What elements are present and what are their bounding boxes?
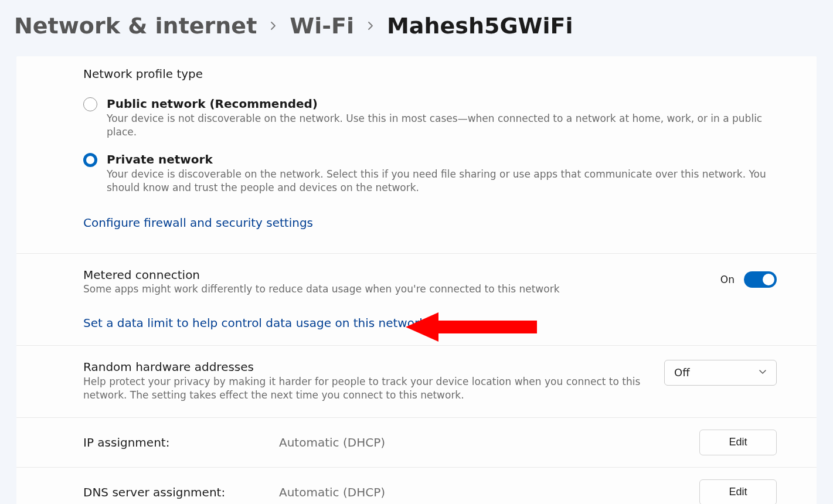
metered-description: Some apps might work differently to redu… [83,283,706,295]
settings-panel: Network profile type Public network (Rec… [16,56,817,504]
ip-assignment-row: IP assignment: Automatic (DHCP) Edit [16,418,817,468]
breadcrumb-network-internet[interactable]: Network & internet [14,13,257,39]
ip-assignment-label: IP assignment: [83,435,265,449]
dns-edit-button[interactable]: Edit [699,479,777,504]
dns-assignment-value: Automatic (DHCP) [279,485,685,499]
ip-edit-button[interactable]: Edit [699,430,777,455]
radio-circle-icon[interactable] [83,97,97,111]
radio-private-network[interactable]: Private network Your device is discovera… [83,152,791,195]
radio-label: Private network [107,152,791,166]
radio-label: Public network (Recommended) [107,97,791,111]
chevron-right-icon [268,21,278,30]
toggle-knob-icon [763,274,774,285]
set-data-limit-link[interactable]: Set a data limit to help control data us… [83,316,426,330]
random-hardware-description: Help protect your privacy by making it h… [83,375,650,402]
dropdown-value: Off [674,366,690,379]
random-hardware-title: Random hardware addresses [83,360,650,374]
breadcrumb: Network & internet Wi-Fi Mahesh5GWiFi [0,0,833,56]
radio-public-network[interactable]: Public network (Recommended) Your device… [83,96,791,139]
network-profile-heading: Network profile type [83,67,791,81]
random-hardware-section: Random hardware addresses Help protect y… [16,346,817,418]
metered-toggle-group: On [720,268,791,288]
random-hardware-dropdown[interactable]: Off [664,360,777,386]
metered-connection-section: Metered connection Some apps might work … [16,254,817,346]
metered-toggle-label: On [720,274,735,285]
metered-title: Metered connection [83,268,706,282]
firewall-settings-link[interactable]: Configure firewall and security settings [83,216,313,230]
chevron-right-icon [366,21,375,30]
breadcrumb-wifi[interactable]: Wi-Fi [290,13,354,39]
dns-assignment-label: DNS server assignment: [83,485,265,499]
breadcrumb-current: Mahesh5GWiFi [387,13,573,39]
network-profile-section: Network profile type Public network (Rec… [16,56,817,254]
radio-circle-icon[interactable] [83,153,97,167]
chevron-down-icon [759,367,767,378]
radio-description: Your device is not discoverable on the n… [107,112,791,139]
metered-toggle[interactable] [744,271,777,288]
radio-description: Your device is discoverable on the netwo… [107,168,791,195]
ip-assignment-value: Automatic (DHCP) [279,435,685,449]
dns-assignment-row: DNS server assignment: Automatic (DHCP) … [16,468,817,504]
